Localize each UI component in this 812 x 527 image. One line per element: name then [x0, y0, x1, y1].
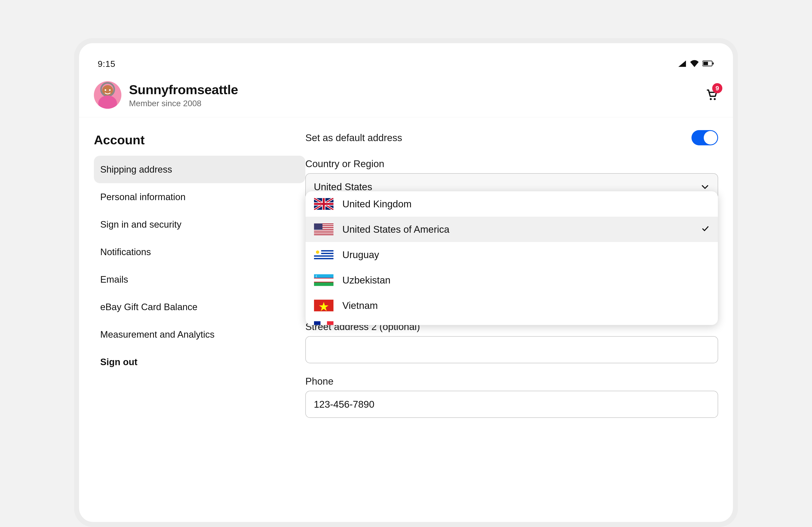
tablet-frame: 9:15 Sunnyfro: [74, 38, 738, 527]
phone-label: Phone: [305, 375, 718, 387]
default-address-label: Set as default address: [305, 132, 402, 143]
main-panel: Set as default address Country or Region…: [305, 128, 718, 430]
sidebar-item-ebay-gift-card-balance[interactable]: eBay Gift Card Balance: [94, 293, 305, 321]
svg-point-8: [109, 89, 111, 91]
sidebar-item-sign-in-and-security[interactable]: Sign in and security: [94, 211, 305, 238]
svg-rect-27: [314, 255, 333, 257]
default-toggle[interactable]: [692, 130, 718, 145]
sidebar: Account Shipping addressPersonal informa…: [94, 128, 305, 430]
sidebar-item-notifications[interactable]: Notifications: [94, 238, 305, 266]
default-address-row: Set as default address: [305, 130, 718, 145]
svg-rect-33: [314, 282, 333, 286]
phone-value: 123-456-7890: [314, 399, 374, 410]
country-option-label: Vietnam: [342, 300, 378, 311]
svg-rect-2: [713, 62, 714, 65]
app-header: Sunnyfromseattle Member since 2008 9: [79, 73, 733, 117]
svg-rect-42: [327, 321, 333, 325]
flag-vn-icon: [314, 300, 333, 311]
member-since: Member since 2008: [129, 99, 238, 108]
sidebar-title: Account: [94, 133, 305, 147]
svg-rect-41: [314, 321, 321, 325]
cart-button[interactable]: 9: [705, 88, 718, 102]
phone-field: Phone 123-456-7890: [305, 375, 718, 418]
svg-point-10: [714, 98, 716, 100]
sidebar-item-personal-information[interactable]: Personal information: [94, 183, 305, 211]
wifi-icon: [690, 60, 699, 68]
flag-partial-icon: [314, 321, 333, 325]
svg-point-7: [105, 89, 106, 91]
sidebar-item-sign-out[interactable]: Sign out: [94, 348, 305, 376]
sidebar-item-shipping-address[interactable]: Shipping address: [94, 156, 305, 183]
status-icons: [678, 60, 714, 68]
phone-input[interactable]: 123-456-7890: [305, 391, 718, 418]
svg-rect-1: [703, 62, 708, 65]
status-bar: 9:15: [79, 43, 733, 73]
chevron-down-icon: [700, 182, 710, 191]
country-option-vietnam[interactable]: Vietnam: [306, 293, 718, 318]
svg-rect-35: [314, 282, 333, 282]
country-option-label: Uruguay: [342, 249, 379, 260]
svg-rect-28: [314, 258, 333, 259]
avatar[interactable]: [94, 81, 121, 109]
street2-field: Street address 2 (optional): [305, 321, 718, 363]
svg-rect-22: [314, 233, 333, 234]
country-option-label: United Kingdom: [342, 198, 411, 210]
svg-rect-34: [314, 278, 333, 279]
flag-us-icon: [314, 224, 333, 235]
check-icon: [701, 224, 709, 235]
country-option-label: United States of America: [342, 224, 449, 235]
country-dropdown[interactable]: United KingdomUnited States of AmericaUr…: [305, 191, 718, 325]
country-label: Country or Region: [305, 158, 718, 169]
street2-input[interactable]: [305, 336, 718, 363]
status-time: 9:15: [98, 59, 115, 69]
battery-icon: [702, 60, 714, 67]
country-option-united-kingdom[interactable]: United Kingdom: [306, 191, 718, 217]
svg-rect-20: [314, 230, 333, 231]
username: Sunnyfromseattle: [129, 82, 238, 97]
svg-rect-23: [314, 224, 322, 230]
cart-badge: 9: [712, 83, 722, 93]
svg-point-30: [316, 251, 319, 254]
country-option-uruguay[interactable]: Uruguay: [306, 242, 718, 267]
svg-point-9: [710, 98, 712, 100]
flag-gb-icon: [314, 198, 333, 210]
cellular-icon: [678, 60, 686, 68]
country-option-more[interactable]: [306, 318, 718, 325]
sidebar-item-emails[interactable]: Emails: [94, 266, 305, 293]
flag-uz-icon: [314, 274, 333, 286]
country-option-united-states-of-america[interactable]: United States of America: [306, 217, 718, 242]
svg-rect-21: [314, 232, 333, 232]
country-selected-value: United States: [314, 181, 372, 193]
sidebar-item-measurement-and-analytics[interactable]: Measurement and Analytics: [94, 321, 305, 348]
flag-uy-icon: [314, 249, 333, 261]
svg-rect-32: [314, 278, 333, 282]
svg-point-37: [316, 275, 318, 277]
country-option-uzbekistan[interactable]: Uzbekistan: [306, 267, 718, 293]
sidebar-nav: Shipping addressPersonal informationSign…: [94, 156, 305, 376]
svg-rect-15: [314, 203, 333, 205]
user-text: Sunnyfromseattle Member since 2008: [129, 82, 238, 108]
country-option-label: Uzbekistan: [342, 274, 391, 286]
